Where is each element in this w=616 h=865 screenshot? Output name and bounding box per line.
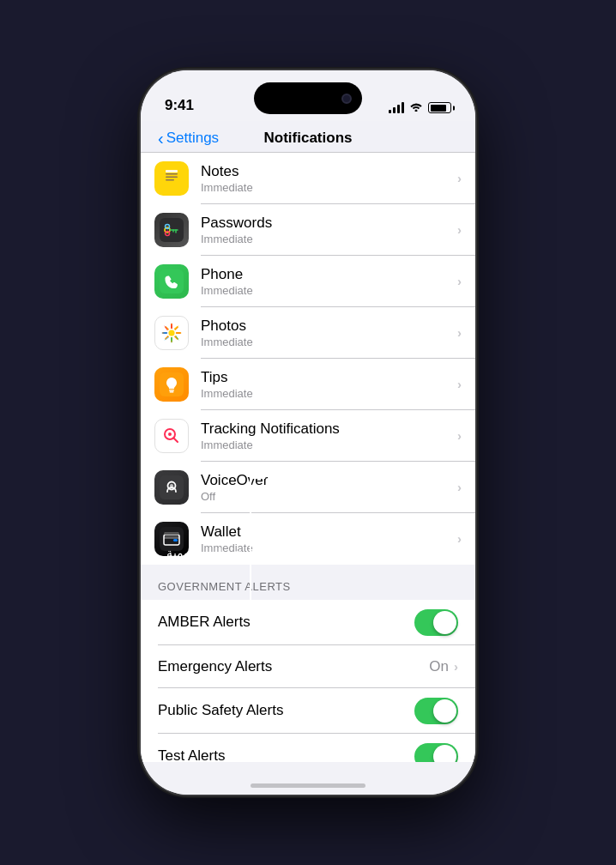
toggle-item-public-safety[interactable]: Public Safety Alerts [141, 688, 475, 734]
tips-icon [154, 367, 189, 402]
tips-name: Tips [201, 369, 457, 386]
list-item-notes[interactable]: Notes Immediate › [141, 153, 475, 204]
tracking-chevron-icon: › [457, 428, 462, 443]
svg-rect-12 [160, 269, 184, 293]
passwords-text: Passwords Immediate [201, 215, 457, 245]
tracking-text: Tracking Notifications Immediate [201, 420, 457, 451]
signal-bar-2 [393, 107, 396, 113]
annotation-bracket [250, 477, 265, 627]
notes-subtitle: Immediate [201, 181, 457, 194]
list-item-passwords[interactable]: Passwords Immediate › [141, 204, 475, 256]
tips-text: Tips Immediate [201, 369, 457, 400]
photos-subtitle: Immediate [201, 336, 457, 348]
emergency-alerts-item[interactable]: Emergency Alerts On › [141, 645, 475, 688]
svg-rect-17 [169, 390, 174, 391]
front-camera [341, 94, 352, 104]
phone-frame: 9:41 [141, 70, 475, 795]
annotation-text: تنبيهات حكومية [166, 546, 241, 560]
nav-bar: ‹ Settings Notifications [141, 121, 475, 152]
wifi-icon [409, 101, 423, 114]
svg-rect-19 [160, 424, 184, 448]
passwords-subtitle: Immediate [201, 233, 457, 245]
svg-rect-1 [166, 173, 178, 175]
test-label: Test Alerts [158, 747, 414, 762]
dynamic-island [254, 82, 362, 114]
screen: ‹ Settings Notifications [141, 121, 475, 795]
toggle-item-test[interactable]: Test Alerts [141, 734, 475, 762]
battery-fill [431, 105, 447, 112]
emergency-value: On [429, 658, 449, 675]
tracking-subtitle: Immediate [201, 439, 457, 451]
signal-bars [389, 102, 404, 113]
battery-icon [428, 102, 451, 113]
photos-name: Photos [201, 318, 457, 335]
photos-chevron-icon: › [457, 325, 462, 340]
test-toggle[interactable] [414, 743, 458, 762]
content-area: Notes Immediate › [141, 153, 475, 762]
notes-name: Notes [201, 163, 457, 180]
notes-icon [154, 161, 189, 196]
notes-chevron-icon: › [457, 171, 462, 185]
emergency-label: Emergency Alerts [158, 658, 429, 675]
svg-rect-3 [166, 179, 174, 181]
notes-text: Notes Immediate [201, 163, 457, 194]
tips-subtitle: Immediate [201, 387, 457, 400]
back-label[interactable]: Settings [166, 130, 219, 147]
svg-point-15 [169, 330, 175, 336]
public-safety-toggle[interactable] [414, 698, 458, 724]
phone-icon [154, 264, 189, 299]
phone-subtitle: Immediate [201, 284, 457, 297]
public-safety-label: Public Safety Alerts [158, 702, 414, 719]
tracking-name: Tracking Notifications [201, 420, 457, 438]
svg-rect-4 [166, 170, 178, 172]
photos-text: Photos Immediate [201, 318, 457, 348]
test-toggle-knob [433, 745, 456, 762]
photos-icon [154, 316, 189, 350]
signal-bar-4 [402, 102, 404, 113]
list-item-tips[interactable]: Tips Immediate › [141, 359, 475, 410]
phone-chevron-icon: › [457, 274, 462, 288]
voiceover-chevron-icon: › [457, 480, 462, 494]
home-indicator[interactable] [251, 783, 365, 788]
back-chevron-icon: ‹ [158, 130, 164, 147]
svg-point-22 [168, 432, 172, 436]
passwords-icon [154, 213, 189, 247]
amber-toggle[interactable] [414, 609, 458, 636]
tips-chevron-icon: › [457, 377, 462, 391]
emergency-chevron-icon: › [454, 659, 458, 674]
list-item-tracking[interactable]: Tracking Notifications Immediate › [141, 410, 475, 462]
status-icons [389, 101, 451, 114]
amber-toggle-knob [433, 611, 456, 634]
phone-name: Phone [201, 266, 457, 283]
list-item-photos[interactable]: Photos Immediate › [141, 307, 475, 359]
wallet-chevron-icon: › [457, 531, 462, 546]
signal-bar-3 [397, 105, 400, 113]
back-button[interactable]: ‹ Settings [158, 130, 219, 147]
public-safety-toggle-knob [433, 699, 456, 723]
passwords-chevron-icon: › [457, 222, 462, 237]
svg-rect-2 [166, 176, 178, 178]
list-item-phone[interactable]: Phone Immediate › [141, 256, 475, 307]
tracking-icon [154, 419, 189, 453]
signal-bar-1 [389, 110, 391, 113]
page-title: Notifications [264, 130, 353, 147]
svg-rect-18 [170, 391, 174, 393]
phone-text: Phone Immediate [201, 266, 457, 297]
status-time: 9:41 [165, 97, 194, 114]
passwords-name: Passwords [201, 215, 457, 232]
